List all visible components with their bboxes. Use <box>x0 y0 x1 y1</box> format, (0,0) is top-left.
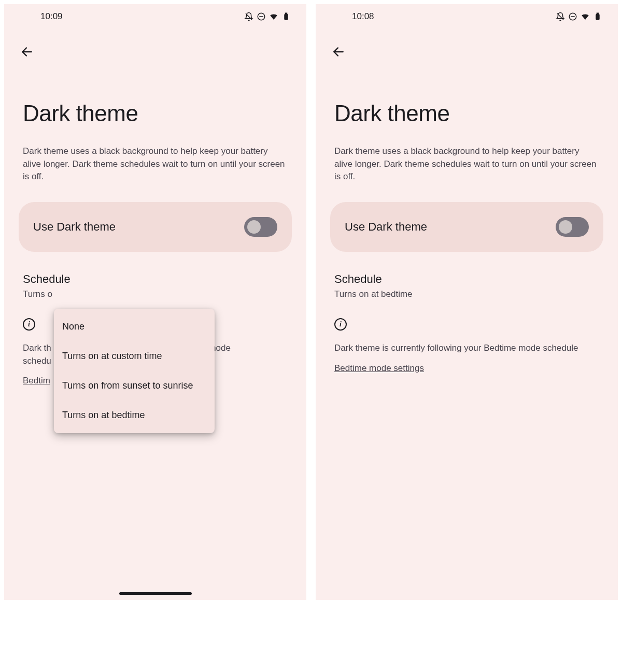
status-icons <box>244 12 291 21</box>
info-icon: i <box>23 318 35 331</box>
page-description: Dark theme uses a black background to he… <box>4 126 306 183</box>
schedule-row[interactable]: Schedule Turns o <box>4 252 306 299</box>
battery-icon <box>593 12 602 21</box>
schedule-option-none[interactable]: None <box>54 312 215 341</box>
schedule-option-bedtime[interactable]: Turns on at bedtime <box>54 401 215 430</box>
status-bar: 10:08 <box>316 4 618 29</box>
schedule-option-custom[interactable]: Turns on at custom time <box>54 341 215 371</box>
toggle-label: Use Dark theme <box>33 220 116 234</box>
wifi-icon <box>269 12 278 21</box>
schedule-title: Schedule <box>334 273 599 286</box>
schedule-value: Turns on at bedtime <box>334 289 599 299</box>
status-time: 10:08 <box>352 11 374 22</box>
dark-theme-switch[interactable] <box>244 217 277 237</box>
back-button[interactable] <box>331 45 346 59</box>
page-description: Dark theme uses a black background to he… <box>316 126 618 183</box>
svg-rect-10 <box>597 13 599 14</box>
page-title: Dark theme <box>4 59 306 126</box>
back-button[interactable] <box>20 45 34 59</box>
schedule-option-sunset[interactable]: Turns on from sunset to sunrise <box>54 371 215 401</box>
notification-off-icon <box>556 12 565 21</box>
phone-left: 10:09 Dark theme Dark theme uses a black… <box>4 4 306 600</box>
dnd-icon <box>568 12 577 21</box>
arrow-left-icon <box>332 45 345 59</box>
schedule-title: Schedule <box>23 273 288 286</box>
dark-theme-toggle-row[interactable]: Use Dark theme <box>19 202 292 252</box>
info-icon: i <box>334 318 347 331</box>
battery-icon <box>281 12 291 21</box>
dnd-icon <box>257 12 266 21</box>
phone-right: 10:08 Dark theme Dark theme uses a black… <box>316 4 618 600</box>
dark-theme-toggle-row[interactable]: Use Dark theme <box>330 202 603 252</box>
arrow-left-icon <box>20 45 34 59</box>
schedule-value: Turns o <box>23 289 288 299</box>
notification-off-icon <box>244 12 253 21</box>
svg-rect-4 <box>286 13 287 14</box>
toggle-label: Use Dark theme <box>345 220 427 234</box>
dark-theme-switch[interactable] <box>556 217 589 237</box>
switch-thumb <box>559 220 572 234</box>
bedtime-settings-link[interactable]: Bedtime mode settings <box>316 355 618 374</box>
schedule-row[interactable]: Schedule Turns on at bedtime <box>316 252 618 299</box>
switch-thumb <box>247 220 261 234</box>
status-time: 10:09 <box>40 11 63 22</box>
status-bar: 10:09 <box>4 4 306 29</box>
nav-handle[interactable] <box>119 592 192 595</box>
status-icons <box>556 12 602 21</box>
info-text: Dark theme is currently following your B… <box>316 331 618 355</box>
svg-rect-9 <box>596 15 599 20</box>
page-title: Dark theme <box>316 59 618 126</box>
svg-rect-3 <box>285 15 288 20</box>
wifi-icon <box>581 12 590 21</box>
schedule-popup: None Turns on at custom time Turns on fr… <box>54 309 215 433</box>
